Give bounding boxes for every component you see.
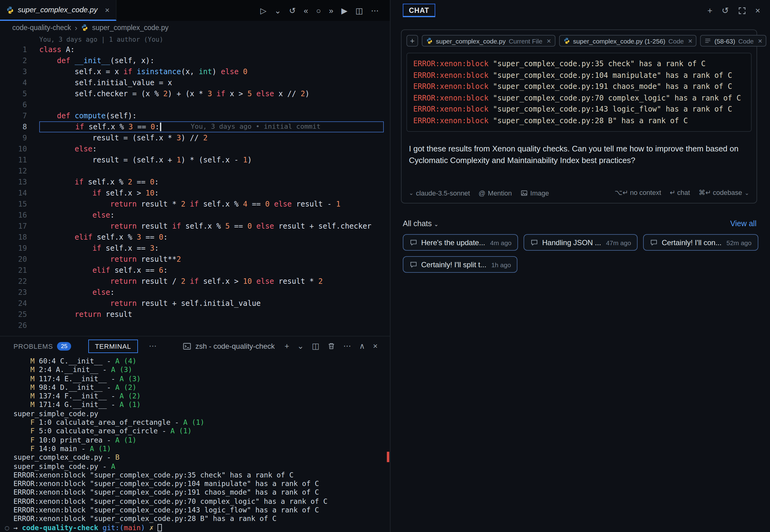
chat-submit-hint[interactable]: ↵ chat — [670, 189, 690, 197]
step-back-icon[interactable]: « — [304, 6, 308, 14]
terminal-line: M 60:4 C.__init__ - A (4) — [5, 357, 390, 366]
chevron-down-icon: ⌄ — [409, 190, 414, 196]
terminal-actions: +⌄◫⋯∧× — [284, 341, 378, 351]
kill-terminal-icon[interactable] — [327, 342, 335, 350]
remove-context-icon[interactable]: × — [547, 36, 551, 45]
chat-input-box[interactable]: +super_complex_code.pyCurrent File×super… — [401, 29, 757, 203]
terminal-line: ERROR:xenon:block "super_complex_code.py… — [5, 506, 390, 515]
chat-history-item[interactable]: Handling JSON ...47m ago — [524, 234, 638, 251]
chat-code-block: ERROR:xenon:block "super_complex_code.py… — [406, 53, 752, 132]
more-actions-icon[interactable]: ⋯ — [371, 6, 379, 14]
mention-button[interactable]: @ Mention — [478, 189, 512, 196]
record-icon[interactable]: ○ — [316, 6, 321, 14]
no-context-hint[interactable]: ⌥↵ no context — [615, 189, 661, 197]
code-line: 16 else: — [0, 210, 390, 221]
view-all-link[interactable]: View all — [730, 219, 757, 228]
run-all-icon[interactable]: ▶ — [341, 6, 347, 14]
terminal-cursor — [158, 524, 162, 531]
breadcrumb-file[interactable]: super_complex_code.py — [92, 24, 168, 31]
new-terminal-icon[interactable]: + — [284, 341, 289, 351]
context-pill[interactable]: super_complex_code.py (1-256)Code× — [559, 35, 696, 47]
code-text: else: — [39, 210, 390, 221]
split-terminal-icon[interactable]: ◫ — [312, 341, 319, 351]
line-number: 5 — [0, 88, 39, 99]
code-line: 2 def __init__(self, x): — [0, 55, 390, 66]
terminal-line: ERROR:xenon:block "super_complex_code.py… — [5, 515, 390, 523]
maximize-panel-icon[interactable]: ∧ — [359, 341, 365, 351]
terminal-line: M 2:4 A.__init__ - A (3) — [5, 366, 390, 374]
inline-blame-annotation: You, 3 days ago • initial commit — [191, 122, 321, 132]
chat-code-line: ERROR:xenon:block "super_complex_code.py… — [413, 115, 745, 126]
terminal-line: super_simple_code.py - A — [5, 462, 390, 471]
line-number: 24 — [0, 298, 39, 309]
terminal-line: ERROR:xenon:block "super_complex_code.py… — [5, 479, 390, 488]
context-pill[interactable]: super_complex_code.pyCurrent File× — [422, 35, 555, 47]
breadcrumb-folder[interactable]: code-quality-check — [12, 24, 71, 31]
tab-chat[interactable]: CHAT — [403, 4, 435, 17]
editor-tab-bar: super_complex_code.py × ▷⌄↺«○»▶◫⋯ — [0, 0, 390, 21]
chat-history-item[interactable]: Certainly! I'll split t...1h ago — [403, 256, 518, 273]
run-dropdown-icon[interactable]: ⌄ — [274, 6, 281, 14]
chat-history-title: Certainly! I'll con... — [662, 238, 722, 247]
chat-code-line: ERROR:xenon:block "super_complex_code.py… — [413, 81, 745, 92]
terminal-line: ERROR:xenon:block "super_complex_code.py… — [5, 471, 390, 480]
terminal-line: M 171:4 G.__init__ - A (1) — [5, 401, 390, 409]
step-forward-icon[interactable]: » — [329, 6, 333, 14]
terminal-line: F 1:0 calculate_area_of_rectangle - A (1… — [5, 418, 390, 427]
split-editor-icon[interactable]: ◫ — [355, 6, 363, 14]
chat-history-time: 47m ago — [606, 239, 631, 246]
problems-label: PROBLEMS — [13, 342, 53, 350]
code-editor[interactable]: You, 3 days ago | 1 author (You) 1class … — [0, 34, 390, 336]
line-number: 11 — [0, 154, 39, 165]
chat-message-text[interactable]: I got these results from Xenon quality c… — [402, 135, 757, 189]
terminal-more-icon[interactable]: ⋯ — [343, 341, 351, 351]
terminal-icon — [183, 342, 191, 350]
code-text: if self.x == 3: — [39, 243, 390, 254]
line-number: 14 — [0, 188, 39, 199]
new-chat-icon[interactable]: + — [707, 6, 712, 15]
remove-context-icon[interactable]: × — [758, 36, 762, 45]
chat-history-item[interactable]: Here's the update...4m ago — [403, 234, 518, 251]
chat-history-title: Here's the update... — [421, 238, 485, 247]
remove-context-icon[interactable]: × — [688, 36, 692, 45]
terminal-line: F 10:0 print_area - A (1) — [5, 435, 390, 444]
chat-history-icon[interactable]: ↺ — [722, 6, 729, 15]
context-pill[interactable]: (58-63)Code× — [700, 35, 767, 47]
code-line: 6 — [0, 99, 390, 110]
code-line: 21 elif self.x == 6: — [0, 265, 390, 276]
panel-more-icon[interactable]: ⋯ — [149, 341, 157, 351]
chat-bubble-icon — [410, 238, 417, 246]
model-selector[interactable]: ⌄ claude-3.5-sonnet — [409, 189, 470, 196]
tab-terminal[interactable]: TERMINAL — [88, 339, 138, 353]
close-chat-icon[interactable]: × — [755, 6, 760, 15]
code-text — [39, 165, 390, 177]
code-text: result = (self.x + 1) * (self.x - 1) — [39, 154, 390, 165]
close-panel-icon[interactable]: × — [373, 341, 378, 351]
chat-history-time: 52m ago — [726, 239, 752, 246]
chat-header-actions: +↺× — [707, 6, 760, 15]
code-line: 10 else: — [0, 143, 390, 154]
code-text: return result**2 — [39, 254, 390, 265]
launch-profile-dropdown-icon[interactable]: ⌄ — [297, 341, 304, 351]
tab-super-complex-code[interactable]: super_complex_code.py × — [0, 0, 116, 21]
panel-header: PROBLEMS 25 TERMINAL ⋯ zsh - code-qualit… — [0, 336, 390, 355]
code-text: def compute(self): — [39, 110, 390, 121]
all-chats-dropdown[interactable]: All chats ⌄ — [403, 219, 439, 228]
code-text: else: — [39, 143, 390, 154]
line-number: 13 — [0, 177, 39, 188]
image-button[interactable]: Image — [520, 189, 549, 196]
restart-icon[interactable]: ↺ — [289, 6, 296, 14]
terminal-output[interactable]: M 60:4 C.__init__ - A (4) M 2:4 A.__init… — [0, 355, 390, 532]
terminal-session-tab[interactable]: zsh - code-quality-check — [183, 342, 275, 350]
chat-history-item[interactable]: Certainly! I'll con...52m ago — [643, 234, 758, 251]
chat-history-time: 1h ago — [491, 261, 511, 268]
run-button[interactable]: ▷ — [260, 6, 266, 14]
codebase-submit-hint[interactable]: ⌘↵ codebase ⌄ — [699, 189, 749, 197]
line-number: 8 — [0, 121, 39, 132]
tab-problems[interactable]: PROBLEMS 25 — [12, 339, 72, 353]
code-text: if self.x % 2 == 0: — [39, 177, 390, 188]
tab-close-icon[interactable]: × — [105, 5, 109, 14]
code-line: 4 self.initial_value = x — [0, 77, 390, 88]
add-context-button[interactable]: + — [406, 35, 418, 47]
expand-chat-icon[interactable] — [738, 6, 746, 14]
